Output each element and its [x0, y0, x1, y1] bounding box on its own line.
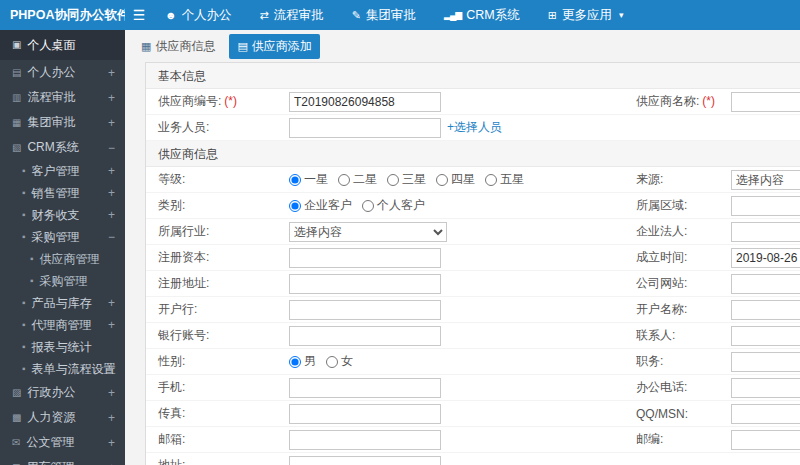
radio-input[interactable] [289, 174, 301, 186]
industry-select[interactable]: 选择内容 [289, 222, 447, 242]
level-radio-group-option[interactable]: 五星 [485, 171, 524, 188]
bullet-icon: ▪ [22, 210, 26, 220]
expand-icon[interactable]: + [108, 66, 115, 80]
form-row: 地址: [146, 453, 800, 465]
field-label-text: 办公电话: [636, 380, 687, 394]
address-input[interactable] [289, 456, 441, 465]
legal-person-input[interactable] [731, 222, 800, 242]
office-phone-input[interactable] [731, 378, 800, 398]
required-marker: (*) [702, 94, 715, 108]
sidebar-item-sales-mgmt[interactable]: ▪销售管理+ [0, 182, 125, 204]
radio-input[interactable] [387, 174, 399, 186]
sidebar-item-admin-office[interactable]: ▨行政办公+ [0, 380, 125, 405]
bank-account-input[interactable] [289, 326, 441, 346]
radio-input[interactable] [436, 174, 448, 186]
registered-capital-input[interactable] [289, 248, 441, 268]
sales-person-input[interactable] [289, 118, 441, 138]
sidebar-item-vehicle-mgmt[interactable]: ⊞用车管理+ [0, 455, 125, 465]
mobile-input[interactable] [289, 378, 441, 398]
expand-icon[interactable]: + [108, 164, 115, 178]
expand-icon[interactable]: + [108, 411, 115, 425]
expand-icon[interactable]: + [108, 318, 115, 332]
sidebar-item-personal-desktop[interactable]: ▣个人桌面 [0, 30, 125, 60]
expand-icon[interactable]: + [108, 296, 115, 310]
email-input[interactable] [289, 430, 441, 450]
expand-icon[interactable]: + [108, 208, 115, 222]
expand-icon[interactable]: + [108, 386, 115, 400]
expand-icon[interactable]: + [108, 461, 115, 465]
level-radio-group-option[interactable]: 四星 [436, 171, 475, 188]
radio-input[interactable] [338, 174, 350, 186]
menu-toggle-icon[interactable]: ☰ [125, 7, 153, 23]
nav-more-apps[interactable]: ⊞更多应用▾ [548, 7, 624, 24]
radio-input[interactable] [326, 356, 338, 368]
tab-supplier-add[interactable]: ▤ 供应商添加 [229, 34, 319, 59]
fax-input[interactable] [289, 404, 441, 424]
field-label: 邮编: [636, 431, 731, 448]
expand-icon[interactable]: + [108, 186, 115, 200]
sidebar-item-purchase-mgmt[interactable]: ▪采购管理− [0, 226, 125, 248]
sidebar-item-purchase-sub[interactable]: ▪采购管理 [0, 270, 125, 292]
supplier-code-input[interactable] [289, 92, 441, 112]
sidebar-item-finance[interactable]: ▪财务收支+ [0, 204, 125, 226]
level-radio-group-option[interactable]: 二星 [338, 171, 377, 188]
region-input[interactable] [731, 196, 800, 216]
sidebar-item-crm-system[interactable]: ▧CRM系统− [0, 135, 125, 160]
position-input[interactable] [731, 352, 800, 372]
supplier-name-input[interactable] [731, 92, 800, 112]
radio-input[interactable] [485, 174, 497, 186]
nav-item-label: 更多应用 [562, 7, 612, 24]
company-website-input[interactable] [731, 274, 800, 294]
sidebar-item-process-approval[interactable]: ▥流程审批+ [0, 85, 125, 110]
sidebar-item-hr[interactable]: ▩人力资源+ [0, 405, 125, 430]
qq-msn-input[interactable] [731, 404, 800, 424]
expand-icon[interactable]: + [108, 116, 115, 130]
expand-icon[interactable]: + [108, 362, 115, 376]
field-cell: 一星二星三星四星五星 [289, 171, 636, 188]
radio-input[interactable] [289, 200, 301, 212]
sidebar-item-customer-mgmt[interactable]: ▪客户管理+ [0, 160, 125, 182]
tab-label: 供应商添加 [252, 38, 312, 55]
gender-radio-group-option[interactable]: 男 [289, 353, 316, 370]
zip-code-input[interactable] [731, 430, 800, 450]
field-label-text: 银行账号: [158, 328, 209, 342]
sidebar-item-document-mgmt[interactable]: ✉公文管理+ [0, 430, 125, 455]
account-name-input[interactable] [731, 300, 800, 320]
founded-date-input[interactable] [731, 248, 800, 268]
sidebar-item-agent-mgmt[interactable]: ▪代理商管理+ [0, 314, 125, 336]
nav-personal-office[interactable]: ☻个人办公 [165, 7, 232, 24]
sidebar-item-supplier-mgmt[interactable]: ▪供应商管理 [0, 248, 125, 270]
sidebar-item-reports-stats[interactable]: ▪报表与统计 [0, 336, 125, 358]
tab-supplier-info[interactable]: ▦ 供应商信息 [133, 34, 223, 59]
expand-icon[interactable]: + [108, 91, 115, 105]
collapse-icon[interactable]: − [108, 230, 115, 244]
category-radio-group-option[interactable]: 个人客户 [362, 197, 425, 214]
radio-input[interactable] [289, 356, 301, 368]
nav-process-approval[interactable]: ⇄流程审批 [260, 7, 324, 24]
field-label-text: 职务: [636, 354, 663, 368]
admin-icon: ▨ [12, 388, 21, 398]
registered-address-input[interactable] [289, 274, 441, 294]
gender-radio-group-option[interactable]: 女 [326, 353, 353, 370]
radio-input[interactable] [362, 200, 374, 212]
category-radio-group-option[interactable]: 企业客户 [289, 197, 352, 214]
nav-crm-system[interactable]: ▂▄▆CRM系统 [444, 7, 520, 24]
bank-name-input[interactable] [289, 300, 441, 320]
sidebar-item-label: 财务收支 [32, 207, 80, 224]
field-label: 开户名称: [636, 301, 731, 318]
field-cell [731, 326, 800, 346]
nav-group-approval[interactable]: ✎集团审批 [352, 7, 416, 24]
select-person-link[interactable]: +选择人员 [447, 119, 502, 136]
expand-icon[interactable]: + [108, 436, 115, 450]
collapse-icon[interactable]: − [108, 141, 115, 155]
add-form-icon: ▤ [237, 41, 247, 52]
sidebar-item-personal-office[interactable]: ▤个人办公+ [0, 60, 125, 85]
source-select[interactable]: 选择内容 [731, 170, 800, 190]
form-row: 邮箱:邮编: [146, 427, 800, 453]
level-radio-group-option[interactable]: 三星 [387, 171, 426, 188]
contact-person-input[interactable] [731, 326, 800, 346]
sidebar-item-group-approval[interactable]: ▦集团审批+ [0, 110, 125, 135]
level-radio-group-option[interactable]: 一星 [289, 171, 328, 188]
sidebar-item-product-inventory[interactable]: ▪产品与库存+ [0, 292, 125, 314]
sidebar-item-form-flow-settings[interactable]: ▪表单与流程设置+ [0, 358, 125, 380]
